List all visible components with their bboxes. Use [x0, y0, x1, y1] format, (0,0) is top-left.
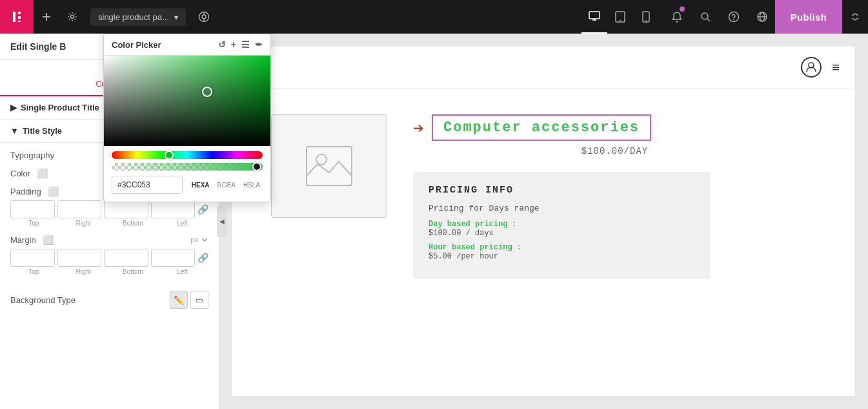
- color-picker-title: Color Picker: [112, 40, 161, 50]
- elementor-logo[interactable]: [0, 0, 34, 34]
- hue-thumb: [165, 151, 174, 160]
- svg-point-21: [729, 12, 738, 22]
- section-single-product-title-label: Single Product Title: [21, 103, 99, 112]
- margin-bottom-label: Bottom: [110, 268, 157, 275]
- expand-button[interactable]: [842, 0, 868, 34]
- margin-right-label: Right: [60, 268, 107, 275]
- settings-button[interactable]: [59, 0, 85, 34]
- title-arrow-icon: ➔: [413, 120, 424, 136]
- main-canvas: ≡ ➔ Computer accessories: [219, 34, 868, 409]
- gradient-background-button[interactable]: ▭: [190, 291, 208, 309]
- margin-bottom-input[interactable]: [104, 249, 148, 267]
- svg-rect-1: [13, 12, 15, 22]
- mobile-view-button[interactable]: [633, 0, 659, 34]
- svg-rect-12: [589, 12, 600, 19]
- svg-point-19: [701, 13, 708, 19]
- hue-slider[interactable]: [112, 151, 263, 159]
- margin-label: Margin: [10, 235, 36, 245]
- notification-dot: [680, 6, 685, 12]
- product-price: $100.00/DAY: [413, 146, 816, 156]
- color-picker-list-icon[interactable]: ☰: [241, 39, 250, 50]
- product-title-area: ➔ Computer accessories: [413, 114, 816, 141]
- page-title-selector[interactable]: single product pa...: [90, 8, 186, 26]
- monitor-icon: ⬜: [37, 168, 48, 178]
- preview-button[interactable]: [749, 0, 775, 34]
- publish-button[interactable]: Publish: [775, 0, 842, 34]
- hexa-mode-button[interactable]: HEXA: [189, 180, 212, 190]
- pricing-title: PRICING INFO: [429, 185, 694, 196]
- page-content: ≡ ➔ Computer accessories: [232, 47, 855, 396]
- color-picker-header: Color Picker ↺ + ☰ ✒: [104, 34, 270, 56]
- product-title: Computer accessories: [443, 120, 640, 136]
- day-pricing-value: $100.00 / days: [429, 229, 694, 238]
- chevron-down-icon: [174, 12, 178, 22]
- canvas-nav: ≡: [232, 47, 855, 89]
- product-title-box: Computer accessories: [432, 114, 651, 141]
- day-pricing-label: Day based pricing :: [429, 220, 694, 229]
- background-type-label: Background Type: [10, 295, 76, 305]
- padding-bottom-label: Bottom: [110, 220, 157, 227]
- hamburger-menu-icon[interactable]: ≡: [832, 60, 840, 75]
- color-hex-row: HEXA RGBA HSLA: [104, 171, 270, 202]
- margin-link-icon[interactable]: 🔗: [197, 253, 208, 263]
- hex-input[interactable]: [112, 176, 183, 194]
- padding-top-input[interactable]: [10, 200, 55, 218]
- product-area: ➔ Computer accessories $100.00/DAY PRICI…: [232, 89, 855, 305]
- search-button[interactable]: [692, 0, 718, 34]
- margin-left-label: Left: [159, 268, 206, 275]
- padding-right-input[interactable]: [57, 200, 102, 218]
- header-right-icons: [664, 0, 775, 34]
- color-label: Color: [10, 169, 30, 178]
- tablet-view-button[interactable]: [607, 0, 633, 34]
- color-picker-popup: Color Picker ↺ + ☰ ✒ HEXA RGBA HSLA: [103, 34, 271, 202]
- pricing-item-day: Day based pricing : $100.00 / days: [429, 220, 694, 238]
- add-element-button[interactable]: [34, 0, 59, 34]
- background-type-buttons: ✏️ ▭: [170, 291, 208, 309]
- alpha-slider[interactable]: [112, 163, 263, 171]
- svg-point-9: [202, 15, 206, 19]
- margin-right-input[interactable]: [57, 249, 102, 267]
- padding-label: Padding: [10, 187, 41, 196]
- pricing-box: PRICING INFO Pricing for Days range Day …: [413, 172, 710, 279]
- margin-monitor-icon: ⬜: [43, 235, 54, 245]
- collapse-arrow-icon: ▶: [10, 103, 17, 112]
- canvas-nav-right: ≡: [801, 57, 840, 78]
- panel-collapse-button[interactable]: ◀: [217, 206, 227, 237]
- notifications-button[interactable]: [664, 0, 690, 34]
- padding-bottom-input[interactable]: [104, 200, 148, 218]
- color-mode-buttons: HEXA RGBA HSLA: [189, 180, 263, 190]
- hsla-mode-button[interactable]: HSLA: [241, 180, 263, 190]
- margin-row: Margin ⬜ px 🔗 Top Right: [10, 235, 208, 275]
- color-picker-reset-icon[interactable]: ↺: [218, 39, 226, 50]
- margin-top-input[interactable]: [10, 249, 55, 267]
- color-picker-add-icon[interactable]: +: [231, 39, 236, 50]
- svg-point-18: [645, 20, 647, 21]
- page-settings-button[interactable]: [191, 0, 217, 34]
- color-picker-eyedropper-icon[interactable]: ✒: [255, 39, 263, 50]
- svg-rect-4: [18, 21, 21, 22]
- padding-top-label: Top: [10, 220, 57, 227]
- svg-rect-33: [307, 147, 352, 185]
- page-title-text: single product pa...: [98, 12, 169, 22]
- help-button[interactable]: [721, 0, 747, 34]
- desktop-view-button[interactable]: [581, 0, 607, 34]
- pricing-subtitle: Pricing for Days range: [429, 204, 694, 213]
- padding-left-input[interactable]: [151, 200, 196, 218]
- solid-background-button[interactable]: ✏️: [170, 291, 188, 309]
- padding-right-label: Right: [60, 220, 107, 227]
- margin-top-label: Top: [10, 268, 57, 275]
- alpha-thumb: [252, 162, 261, 171]
- svg-point-22: [733, 19, 734, 20]
- margin-left-input[interactable]: [151, 249, 196, 267]
- pricing-item-hour: Hour based pricing : $5.00 /per hour: [429, 243, 694, 261]
- hour-pricing-label: Hour based pricing :: [429, 243, 694, 252]
- product-info: ➔ Computer accessories $100.00/DAY PRICI…: [413, 114, 816, 279]
- color-gradient-area[interactable]: [104, 56, 270, 146]
- user-icon: [801, 57, 822, 78]
- background-type-row: Background Type ✏️ ▭: [10, 283, 208, 309]
- color-picker-icons: ↺ + ☰ ✒: [218, 39, 263, 50]
- padding-link-icon[interactable]: 🔗: [197, 204, 208, 215]
- margin-unit: px: [190, 236, 198, 244]
- expand-arrow-icon: ▼: [10, 126, 19, 136]
- rgba-mode-button[interactable]: RGBA: [215, 180, 238, 190]
